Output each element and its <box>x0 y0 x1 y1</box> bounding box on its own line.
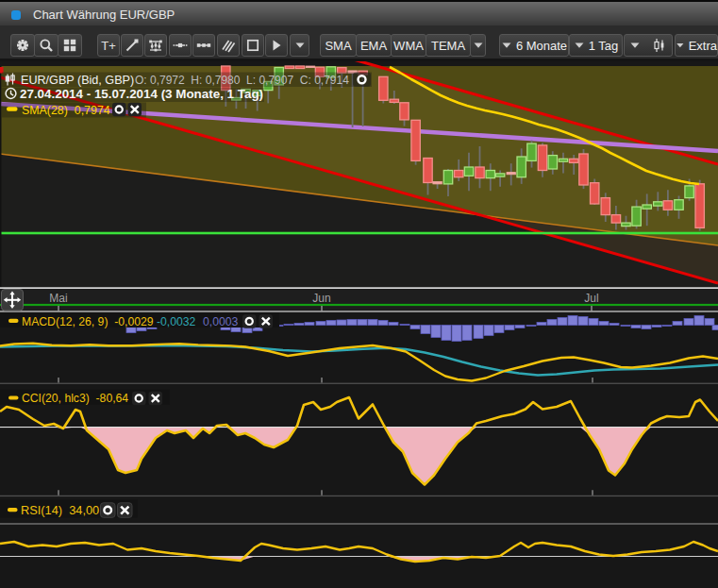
svg-text:Mai: Mai <box>49 292 67 305</box>
svg-text:0,0003: 0,0003 <box>203 315 238 328</box>
svg-text:CCI(20, hlc3) -80,64: CCI(20, hlc3) -80,64 <box>22 392 128 405</box>
svg-text:EUR/GBP (Bid, GBP): EUR/GBP (Bid, GBP) <box>21 74 134 87</box>
svg-text:Jun: Jun <box>312 292 330 305</box>
svg-text:RSI(14) 34,00: RSI(14) 34,00 <box>21 503 99 517</box>
svg-text:Jul: Jul <box>584 292 598 305</box>
svg-text:-0,0032: -0,0032 <box>157 315 196 328</box>
svg-text:27.04.2014 - 15.07.2014 (3 Mon: 27.04.2014 - 15.07.2014 (3 Monate, 1 Tag… <box>20 87 263 101</box>
svg-text:MACD(12, 26, 9) -0,0029: MACD(12, 26, 9) -0,0029 <box>22 315 154 328</box>
svg-text:SMA(28) 0,7974: SMA(28) 0,7974 <box>22 104 110 117</box>
svg-text:O: 0,7972 H: 0,7980 L: 0,790: O: 0,7972 H: 0,7980 L: 0,7907 C: 0,7914 <box>135 74 349 87</box>
